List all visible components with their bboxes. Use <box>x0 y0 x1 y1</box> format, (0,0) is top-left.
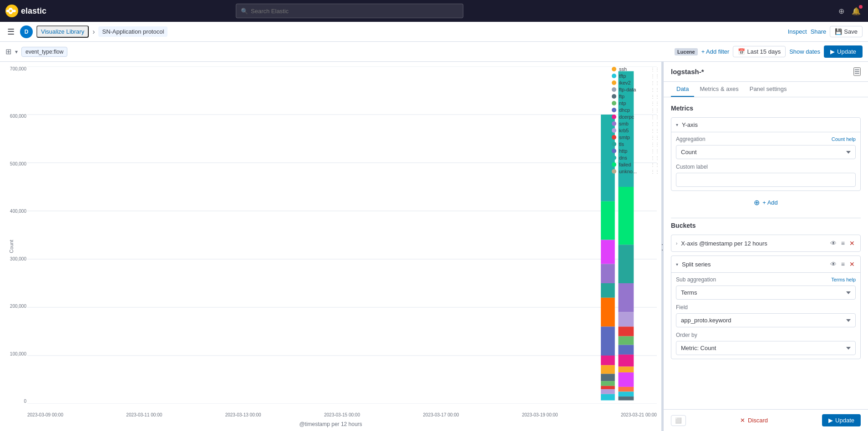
filter-expand-btn[interactable]: ▾ <box>15 49 18 55</box>
legend-item-krb5[interactable]: krb5 ⋮⋮ <box>612 128 660 133</box>
menu-button[interactable]: ☰ <box>5 25 16 39</box>
bucket-split-eye[interactable]: 👁 <box>829 260 838 269</box>
x-axis-labels: 2023-03-09 00:00 2023-03-11 00:00 2023-0… <box>27 412 657 417</box>
svg-rect-15 <box>618 336 634 345</box>
svg-rect-26 <box>601 264 615 283</box>
legend-item-tftp[interactable]: tftp ⋮⋮ <box>612 73 660 79</box>
legend-item-http[interactable]: http ⋮⋮ <box>612 148 660 154</box>
bucket-x-axis-delete[interactable]: ✕ <box>848 239 856 248</box>
svg-rect-19 <box>618 372 634 387</box>
bucket-x-axis-drag[interactable]: ≡ <box>840 239 846 248</box>
y-axis-row: ▾ Y-axis <box>671 118 860 132</box>
svg-rect-20 <box>618 387 634 392</box>
discard-button[interactable]: ✕ Discard <box>740 417 768 424</box>
metrics-section-header: Metrics <box>671 105 861 112</box>
svg-rect-17 <box>618 355 634 367</box>
bucket-x-axis-chevron[interactable]: › <box>676 241 677 246</box>
field-label: Field <box>676 304 856 311</box>
legend-item-ntp[interactable]: ntp ⋮⋮ <box>612 100 660 106</box>
copy-button[interactable]: ⬜ <box>671 415 686 426</box>
bucket-x-axis-eye[interactable]: 👁 <box>829 239 838 248</box>
svg-rect-12 <box>618 283 634 312</box>
logo-text: elastic <box>21 6 46 16</box>
bucket-split-label: Split series <box>682 261 826 268</box>
legend-item-smb[interactable]: smb ⋮⋮ <box>612 121 660 126</box>
filter-type-toggle[interactable]: ⊞ <box>5 47 11 56</box>
aggregation-select[interactable]: Count <box>676 145 856 159</box>
count-help-link[interactable]: Count help <box>832 136 856 142</box>
y-axis-chevron[interactable]: ▾ <box>676 122 678 127</box>
svg-rect-24 <box>601 201 615 240</box>
chart-area: Count 700,000 600,000 500,000 400,000 30… <box>0 62 661 431</box>
svg-rect-28 <box>601 298 615 327</box>
legend-item-tls[interactable]: tls ⋮⋮ <box>612 141 660 147</box>
update-button[interactable]: ▶ Update <box>824 45 863 58</box>
svg-rect-14 <box>618 326 634 336</box>
svg-rect-13 <box>618 312 634 327</box>
field-select[interactable]: app_proto.keyword <box>676 313 856 327</box>
svg-rect-27 <box>601 283 615 298</box>
terms-help-link[interactable]: Terms help <box>831 277 856 282</box>
inspect-button[interactable]: Inspect <box>788 28 807 35</box>
notification-icon[interactable]: 🔔 <box>850 5 863 17</box>
svg-rect-29 <box>601 326 615 356</box>
date-picker-button[interactable]: 📅 Last 15 days <box>733 46 786 57</box>
tab-metrics-axes[interactable]: Metrics & axes <box>694 82 744 97</box>
panel-menu-button[interactable]: ☰ <box>853 67 861 76</box>
share-button[interactable]: Share <box>811 28 827 35</box>
add-icon: ⊕ <box>754 198 760 207</box>
lucene-badge: Lucene <box>675 48 698 55</box>
show-dates-button[interactable]: Show dates <box>789 48 820 55</box>
svg-rect-31 <box>601 365 615 374</box>
sub-aggregation-label: Sub aggregation Terms help <box>676 276 856 283</box>
bucket-split-series: ▾ Split series 👁 ≡ ✕ Sub aggregation Ter… <box>671 256 861 359</box>
search-input[interactable] <box>251 8 458 15</box>
buckets-section: Buckets › X-axis @timestamp per 12 hours… <box>671 222 861 359</box>
legend-item-failed[interactable]: failed ⋮⋮ <box>612 162 660 167</box>
svg-rect-33 <box>601 381 615 386</box>
add-metrics-button[interactable]: ⊕ + Add <box>671 195 861 210</box>
panel-title: logstash-* <box>671 68 704 75</box>
bucket-split-drag[interactable]: ≡ <box>840 260 846 269</box>
svg-rect-16 <box>618 345 634 355</box>
bucket-split-series-row: ▾ Split series 👁 ≡ ✕ <box>671 256 860 272</box>
add-filter-button[interactable]: + Add filter <box>701 48 730 55</box>
help-icon[interactable]: ⊕ <box>837 5 846 17</box>
tab-data[interactable]: Data <box>671 82 694 97</box>
legend-item-ssh[interactable]: ssh ⋮⋮ <box>612 66 660 72</box>
discard-icon: ✕ <box>740 417 745 424</box>
panel-header: logstash-* ☰ <box>664 62 868 82</box>
breadcrumb-library[interactable]: Visualize Library <box>36 25 89 38</box>
legend-item-dns[interactable]: dns ⋮⋮ <box>612 155 660 160</box>
filter-bar: ⊞ ▾ event_type:flow Lucene + Add filter … <box>0 42 868 62</box>
calendar-icon: 📅 <box>738 48 745 55</box>
buckets-section-header: Buckets <box>671 222 861 229</box>
sub-aggregation-select[interactable]: Terms <box>676 286 856 300</box>
svg-rect-11 <box>618 245 634 283</box>
legend-item-unknown[interactable]: unkno... ⋮⋮ <box>612 169 660 174</box>
metrics-title: Metrics <box>671 105 693 112</box>
y-axis-labels: 700,000 600,000 500,000 400,000 300,000 … <box>5 66 26 404</box>
legend-item-ftp[interactable]: ftp ⋮⋮ <box>612 94 660 99</box>
breadcrumb-separator: › <box>92 28 95 36</box>
main-content: Count 700,000 600,000 500,000 400,000 30… <box>0 62 868 431</box>
legend-item-ikev2[interactable]: ikev2 ⋮⋮ <box>612 80 660 85</box>
metrics-section: Metrics ▾ Y-axis Aggregation Count help <box>671 105 861 210</box>
tab-panel-settings[interactable]: Panel settings <box>744 82 792 97</box>
bucket-split-icons: 👁 ≡ ✕ <box>829 260 856 269</box>
save-button[interactable]: 💾 Save <box>830 26 863 37</box>
nav-icons: ⊕ 🔔 <box>837 5 863 17</box>
query-chip[interactable]: event_type:flow <box>21 47 67 57</box>
svg-rect-25 <box>601 240 615 264</box>
custom-label-input[interactable] <box>676 173 856 187</box>
bottom-update-button[interactable]: ▶ Update <box>822 414 861 426</box>
legend-item-dcerpc[interactable]: dcerpc ⋮⋮ <box>612 114 660 120</box>
legend-item-ftp-data[interactable]: ftp-data ⋮⋮ <box>612 87 660 92</box>
legend-item-smtp[interactable]: smtp ⋮⋮ <box>612 135 660 140</box>
bucket-split-chevron[interactable]: ▾ <box>676 262 678 267</box>
svg-rect-22 <box>618 396 634 400</box>
bucket-split-delete[interactable]: ✕ <box>848 260 856 269</box>
search-bar[interactable]: 🔍 <box>236 4 463 18</box>
order-by-select[interactable]: Metric: Count <box>676 341 856 355</box>
legend-item-dhcp[interactable]: dhcp ⋮⋮ <box>612 107 660 113</box>
